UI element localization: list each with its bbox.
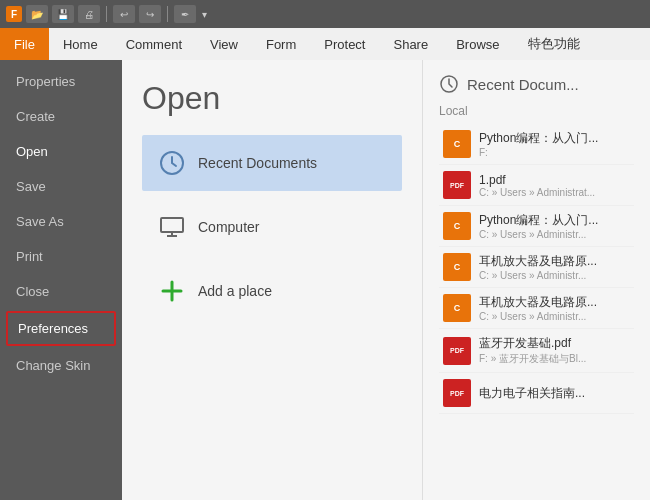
- menu-special[interactable]: 特色功能: [514, 28, 594, 60]
- menu-share[interactable]: Share: [379, 28, 442, 60]
- recent-item-7[interactable]: PDF 电力电子相关指南...: [439, 373, 634, 414]
- source-computer[interactable]: Computer: [142, 199, 402, 255]
- recent-item-path-1: F:: [479, 147, 598, 158]
- sidebar-item-save-as[interactable]: Save As: [0, 204, 122, 239]
- sidebar-item-save[interactable]: Save: [0, 169, 122, 204]
- source-recent[interactable]: Recent Documents: [142, 135, 402, 191]
- sidebar-item-close[interactable]: Close: [0, 274, 122, 309]
- svg-rect-1: [161, 218, 183, 232]
- recent-item-icon-4: C: [443, 253, 471, 281]
- recent-panel-title: Recent Docum...: [467, 76, 579, 93]
- source-add-place-label: Add a place: [198, 283, 272, 299]
- open-btn[interactable]: 📂: [26, 5, 48, 23]
- sidebar: Properties Create Open Save Save As Prin…: [0, 60, 122, 500]
- redo-btn[interactable]: ↪: [139, 5, 161, 23]
- recent-item-3[interactable]: C Python编程：从入门... C: » Users » Administr…: [439, 206, 634, 247]
- recent-item-icon-5: C: [443, 294, 471, 322]
- recent-item-1[interactable]: C Python编程：从入门... F:: [439, 124, 634, 165]
- undo-btn[interactable]: ↩: [113, 5, 135, 23]
- recent-item-path-5: C: » Users » Administr...: [479, 311, 597, 322]
- recent-item-name-4: 耳机放大器及电路原...: [479, 253, 597, 270]
- recent-item-info-4: 耳机放大器及电路原... C: » Users » Administr...: [479, 253, 597, 281]
- source-add-place[interactable]: Add a place: [142, 263, 402, 319]
- print-btn[interactable]: 🖨: [78, 5, 100, 23]
- menu-comment[interactable]: Comment: [112, 28, 196, 60]
- recent-item-path-4: C: » Users » Administr...: [479, 270, 597, 281]
- sidebar-item-create[interactable]: Create: [0, 99, 122, 134]
- recent-item-icon-6: PDF: [443, 337, 471, 365]
- right-panel: Recent Docum... Local C Python编程：从入门... …: [422, 60, 650, 500]
- source-recent-label: Recent Documents: [198, 155, 317, 171]
- recent-item-info-6: 蓝牙开发基础.pdf F: » 蓝牙开发基础与Bl...: [479, 335, 586, 366]
- dropdown-arrow[interactable]: ▾: [202, 9, 207, 20]
- sidebar-item-change-skin[interactable]: Change Skin: [0, 348, 122, 383]
- recent-item-info-3: Python编程：从入门... C: » Users » Administr..…: [479, 212, 598, 240]
- recent-item-name-3: Python编程：从入门...: [479, 212, 598, 229]
- content-area: Open Recent Documents: [122, 60, 650, 500]
- recent-panel-icon: [439, 74, 459, 94]
- recent-item-info-5: 耳机放大器及电路原... C: » Users » Administr...: [479, 294, 597, 322]
- sidebar-item-open[interactable]: Open: [0, 134, 122, 169]
- recent-item-name-2: 1.pdf: [479, 173, 595, 187]
- recent-item-icon-3: C: [443, 212, 471, 240]
- recent-item-info-2: 1.pdf C: » Users » Administrat...: [479, 173, 595, 198]
- add-place-icon: [156, 275, 188, 307]
- recent-item-2[interactable]: PDF 1.pdf C: » Users » Administrat...: [439, 165, 634, 206]
- recent-item-name-7: 电力电子相关指南...: [479, 385, 585, 402]
- recent-icon: [156, 147, 188, 179]
- computer-icon: [156, 211, 188, 243]
- recent-item-name-1: Python编程：从入门...: [479, 130, 598, 147]
- sidebar-item-properties[interactable]: Properties: [0, 64, 122, 99]
- sep1: [106, 6, 107, 22]
- menubar: File Home Comment View Form Protect Shar…: [0, 28, 650, 60]
- app-icon: F: [6, 6, 22, 22]
- menu-file[interactable]: File: [0, 28, 49, 60]
- recent-item-name-6: 蓝牙开发基础.pdf: [479, 335, 586, 352]
- source-computer-label: Computer: [198, 219, 259, 235]
- main-layout: Properties Create Open Save Save As Prin…: [0, 60, 650, 500]
- menu-form[interactable]: Form: [252, 28, 310, 60]
- sign-btn[interactable]: ✒: [174, 5, 196, 23]
- recent-item-info-7: 电力电子相关指南...: [479, 385, 585, 402]
- save-btn[interactable]: 💾: [52, 5, 74, 23]
- menu-browse[interactable]: Browse: [442, 28, 513, 60]
- menu-home[interactable]: Home: [49, 28, 112, 60]
- menu-view[interactable]: View: [196, 28, 252, 60]
- recent-item-4[interactable]: C 耳机放大器及电路原... C: » Users » Administr...: [439, 247, 634, 288]
- left-panel: Open Recent Documents: [122, 60, 422, 500]
- menu-protect[interactable]: Protect: [310, 28, 379, 60]
- recent-item-info-1: Python编程：从入门... F:: [479, 130, 598, 158]
- page-title: Open: [142, 80, 402, 117]
- sep2: [167, 6, 168, 22]
- recent-item-icon-1: C: [443, 130, 471, 158]
- sidebar-item-print[interactable]: Print: [0, 239, 122, 274]
- sidebar-item-preferences[interactable]: Preferences: [6, 311, 116, 346]
- recent-item-path-6: F: » 蓝牙开发基础与Bl...: [479, 352, 586, 366]
- recent-item-path-3: C: » Users » Administr...: [479, 229, 598, 240]
- recent-item-path-2: C: » Users » Administrat...: [479, 187, 595, 198]
- recent-item-name-5: 耳机放大器及电路原...: [479, 294, 597, 311]
- recent-item-icon-7: PDF: [443, 379, 471, 407]
- recent-panel-header: Recent Docum...: [439, 74, 634, 94]
- local-label: Local: [439, 104, 634, 118]
- recent-item-icon-2: PDF: [443, 171, 471, 199]
- recent-item-6[interactable]: PDF 蓝牙开发基础.pdf F: » 蓝牙开发基础与Bl...: [439, 329, 634, 373]
- recent-item-5[interactable]: C 耳机放大器及电路原... C: » Users » Administr...: [439, 288, 634, 329]
- titlebar: F 📂 💾 🖨 ↩ ↪ ✒ ▾: [0, 0, 650, 28]
